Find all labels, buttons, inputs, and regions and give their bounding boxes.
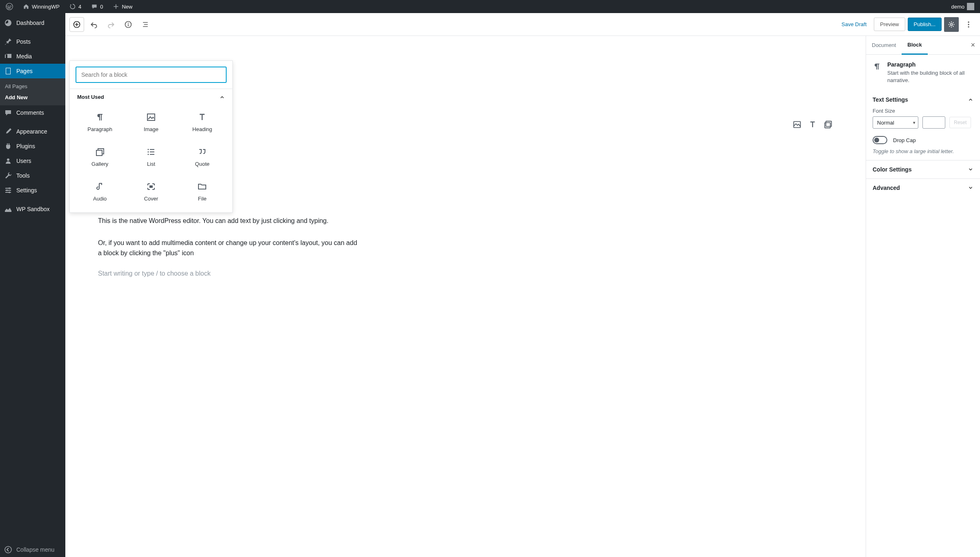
sidebar-item-settings[interactable]: Settings <box>0 183 65 198</box>
block-tile-file[interactable]: File <box>178 174 227 207</box>
settings-close-button[interactable]: × <box>966 41 980 49</box>
inserter-section-most-used[interactable]: Most Used <box>76 89 227 105</box>
font-size-reset-button[interactable]: Reset <box>949 117 971 128</box>
block-label: Heading <box>192 126 212 132</box>
sidebar-item-posts[interactable]: Posts <box>0 34 65 49</box>
undo-button[interactable] <box>87 17 101 32</box>
font-size-custom-input[interactable] <box>922 116 945 129</box>
inserter-scroll[interactable]: Most Used Paragraph Image <box>70 89 232 212</box>
block-grid: Paragraph Image Heading <box>76 105 227 207</box>
new-block-placeholder[interactable]: Start writing or type / to choose a bloc… <box>98 270 833 277</box>
svg-point-4 <box>9 187 10 189</box>
wordpress-icon <box>6 3 13 10</box>
comments-link[interactable]: 0 <box>89 3 105 10</box>
heading-icon <box>197 112 207 122</box>
block-tile-quote[interactable]: Quote <box>178 140 227 172</box>
collapse-icon <box>4 546 12 554</box>
wp-logo[interactable] <box>3 3 16 10</box>
block-label: Gallery <box>91 161 108 167</box>
updates-count: 4 <box>78 4 81 10</box>
inline-insert-gallery[interactable] <box>823 120 833 129</box>
sidebar-label: WP Sandbox <box>16 206 49 212</box>
folder-icon <box>197 182 207 192</box>
svg-point-16 <box>968 26 969 27</box>
sidebar-sub-all-pages[interactable]: All Pages <box>0 81 65 92</box>
dropcap-helper: Toggle to show a large initial letter. <box>873 148 973 154</box>
paragraph-block[interactable]: This is the native WordPress editor. You… <box>98 216 359 226</box>
color-settings-section: Color Settings <box>866 160 980 179</box>
site-name: WinningWP <box>32 4 60 10</box>
block-label: Paragraph <box>87 126 112 132</box>
pin-icon <box>4 38 12 46</box>
text-settings-section: Text Settings Font Size Normal Reset Dro… <box>866 91 980 160</box>
font-size-label: Font Size <box>873 108 973 114</box>
advanced-toggle[interactable]: Advanced <box>873 185 973 191</box>
svg-point-23 <box>147 149 149 150</box>
new-link[interactable]: New <box>110 3 135 10</box>
svg-rect-12 <box>128 24 129 26</box>
sidebar-item-sandbox[interactable]: WP Sandbox <box>0 202 65 216</box>
sidebar-sub-add-new[interactable]: Add New <box>0 92 65 103</box>
dropcap-row: Drop Cap <box>873 136 973 144</box>
block-tile-cover[interactable]: Cover <box>127 174 175 207</box>
block-title: Paragraph <box>887 61 973 68</box>
sidebar-item-dashboard[interactable]: Dashboard <box>0 16 65 30</box>
block-tile-audio[interactable]: Audio <box>76 174 124 207</box>
font-size-select[interactable]: Normal <box>873 116 918 129</box>
inline-insert-image[interactable] <box>792 120 802 129</box>
block-tile-heading[interactable]: Heading <box>178 105 227 137</box>
dots-vertical-icon <box>964 20 973 29</box>
gallery-icon <box>95 147 105 157</box>
save-draft-button[interactable]: Save Draft <box>837 18 871 31</box>
sidebar-item-appearance[interactable]: Appearance <box>0 124 65 139</box>
user-menu[interactable]: demo <box>949 3 977 10</box>
paragraph-block[interactable]: Or, if you want to add multimedia conten… <box>98 238 359 258</box>
sidebar-item-tools[interactable]: Tools <box>0 168 65 183</box>
info-button[interactable] <box>121 17 136 32</box>
sidebar-label: Tools <box>16 172 30 179</box>
sidebar-item-pages[interactable]: Pages <box>0 64 65 78</box>
updates-link[interactable]: 4 <box>67 3 84 10</box>
paragraph-icon <box>873 62 882 71</box>
dropcap-toggle[interactable] <box>873 136 887 144</box>
settings-toggle-button[interactable] <box>944 17 959 32</box>
preview-button[interactable]: Preview <box>874 18 905 31</box>
block-tile-image[interactable]: Image <box>127 105 175 137</box>
block-label: Image <box>144 126 158 132</box>
publish-button[interactable]: Publish... <box>908 18 942 31</box>
svg-point-25 <box>147 154 149 155</box>
inline-insert-heading[interactable] <box>808 120 817 129</box>
inline-inserter <box>792 120 833 129</box>
sidebar-label: Media <box>16 53 32 60</box>
adminbar-left: WinningWP 4 0 New <box>3 3 135 10</box>
block-label: Audio <box>93 196 107 202</box>
block-search-input[interactable] <box>76 67 227 83</box>
tab-block[interactable]: Block <box>902 36 927 55</box>
sidebar-item-plugins[interactable]: Plugins <box>0 139 65 154</box>
sidebar-label: Pages <box>16 68 33 74</box>
sidebar-label: Settings <box>16 187 37 194</box>
outline-button[interactable] <box>138 17 153 32</box>
adminbar-right: demo <box>949 3 977 10</box>
section-heading: Advanced <box>873 185 900 191</box>
sidebar-collapse[interactable]: Collapse menu <box>0 542 65 557</box>
sidebar-item-users[interactable]: Users <box>0 154 65 168</box>
more-options-button[interactable] <box>961 17 976 32</box>
block-tile-list[interactable]: List <box>127 140 175 172</box>
editor-toolbar: Save Draft Preview Publish... <box>65 13 980 36</box>
text-settings-toggle[interactable]: Text Settings <box>873 96 973 103</box>
svg-point-8 <box>5 546 11 553</box>
redo-button[interactable] <box>104 17 118 32</box>
block-tile-gallery[interactable]: Gallery <box>76 140 124 172</box>
site-link[interactable]: WinningWP <box>20 3 62 10</box>
sidebar-item-comments[interactable]: Comments <box>0 105 65 120</box>
block-tile-paragraph[interactable]: Paragraph <box>76 105 124 137</box>
add-block-button[interactable] <box>69 17 84 32</box>
wrench-icon <box>4 172 12 180</box>
paragraph-icon <box>95 112 105 122</box>
color-settings-toggle[interactable]: Color Settings <box>873 166 973 173</box>
tab-document[interactable]: Document <box>866 36 902 54</box>
sidebar-item-media[interactable]: Media <box>0 49 65 64</box>
audio-icon <box>95 182 105 192</box>
chevron-down-icon <box>968 185 973 191</box>
